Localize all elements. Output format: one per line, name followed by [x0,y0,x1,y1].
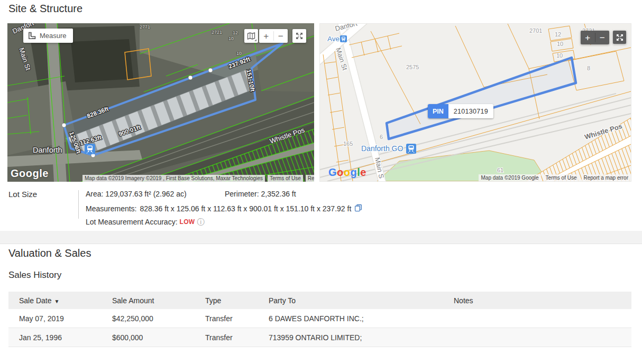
dropdown-corner-icon [254,39,256,41]
column-header-notes[interactable]: Notes [443,292,631,309]
column-header-party-to[interactable]: Party To [258,292,443,309]
zoom-out-button[interactable]: − [274,29,288,43]
zoom-control: + − [259,29,288,43]
sales-history-title: Sales History [8,270,61,281]
measurements-label: Measurements: [86,204,136,213]
fullscreen-icon [616,34,623,41]
sort-desc-icon: ▼ [54,298,59,304]
valuation-sales-title: Valuation & Sales [8,247,91,259]
google-logo-letter: o [344,166,351,178]
parcel-number: 2771 [140,24,150,30]
parcel-map[interactable]: Danfort Ave Main St Main S Danforth GO W… [319,23,631,182]
measure-button[interactable]: Measure [23,29,73,43]
cell-party-to: 6 DAWES DANFORTH INC.; [258,309,443,328]
table-row: Jan 25, 1996 $600,000 Transfer 713959 ON… [8,328,631,347]
perimeter-value: 2,352.36 ft [261,190,296,198]
attribution-text: Map data ©2019 Google [479,174,540,181]
parcel-number: 10 [236,51,242,56]
ruler-icon [27,32,36,40]
parcel-number: 2721 [212,30,222,35]
cell-notes [443,328,631,347]
page-title: Site & Structure [8,3,82,15]
map-attribution: Map data ©2019 Imagery ©2019 , First Bas… [82,175,314,182]
fullscreen-icon [296,32,303,40]
lot-area-row: Area: 129,037.63 ft² (2.962 ac) [86,190,187,198]
parcel-number: 8 [587,65,590,71]
cell-notes [443,309,631,328]
fullscreen-button[interactable] [613,31,626,44]
pin-label: PIN [428,104,448,118]
cell-type: Transfer [195,309,258,328]
transit-label-ave: Ave [327,35,340,43]
transit-stop-icon[interactable] [340,35,347,42]
area-value: 129,037.63 ft² (2.962 ac) [105,190,186,198]
info-icon[interactable]: ⓘ [197,218,204,226]
parcel-number: 10 [228,36,234,41]
parcel-number: 12 [233,30,238,35]
parcel-number: 10 [556,52,563,59]
google-logo-letter: o [337,166,344,178]
table-row: May 07, 2019 $42,250,000 Transfer 6 DAWE… [8,309,631,328]
cell-party-to: 713959 ONTARIO LIMITED; [258,328,443,347]
google-logo-letter: g [351,166,357,178]
column-header-sale-date[interactable]: Sale Date▼ [8,292,102,309]
cell-type: Transfer [195,328,258,347]
parcel-number: 165 [343,141,353,147]
parcel-number: 2575 [406,64,419,70]
transit-station-icon[interactable] [85,144,95,154]
lot-measurements-row: Measurements: 828.36 ft x 125.06 ft x 11… [86,204,362,213]
lot-size-section-label: Lot Size [8,190,37,199]
cell-sale-amount: $42,250,000 [102,309,195,328]
terms-of-use-link[interactable]: Terms of Use [268,175,303,182]
parcel-number: 10 [557,41,563,47]
attribution-text: Map data ©2019 Imagery ©2019 , First Bas… [82,175,265,182]
divider [78,190,79,219]
lot-perimeter: Perimeter: 2,352.36 ft [225,190,296,198]
parcel-number: 61 [497,167,503,173]
transit-label-danforth-go: Danforth GO [361,144,403,153]
zoom-in-button[interactable]: + [259,29,273,43]
sales-history-table: Sale Date▼ Sale Amount Type Party To Not… [8,292,631,347]
google-logo[interactable]: Google [11,167,49,180]
perimeter-label: Perimeter: [225,190,259,198]
map-type-button[interactable] [244,29,258,43]
column-header-type[interactable]: Type [195,292,258,309]
street-label-danforth: Danforth [33,146,62,154]
report-map-error-link[interactable]: Report a map error [306,175,314,182]
parcel-number: 6 [380,134,383,140]
measure-button-label: Measure [40,32,67,40]
cell-sale-date: Jan 25, 1996 [8,328,102,347]
parcel-map-canvas: Danfort Ave Main St Main S Danforth GO W… [320,24,631,181]
satellite-map[interactable]: 828.36ft 900.01ft 125.06ft 112.63ft 237.… [7,23,314,182]
site-structure-page: Site & Structure [0,0,642,364]
report-map-error-link[interactable]: Report a map error [582,174,630,181]
google-logo[interactable]: Google [328,166,366,179]
parcel-number: 12 [555,31,561,38]
google-logo-letter: e [360,166,366,178]
cell-sale-date: May 07, 2019 [8,309,102,328]
area-label: Area: [86,190,103,198]
accuracy-value-badge: LOW [180,218,195,226]
terms-of-use-link[interactable]: Terms of Use [544,174,579,181]
section-divider-band [0,231,642,244]
table-header-row: Sale Date▼ Sale Amount Type Party To Not… [8,292,631,309]
pin-value: 210130719 [448,104,493,118]
pin-badge[interactable]: PIN 210130719 [428,104,493,118]
zoom-control: + − [581,31,609,44]
cell-sale-amount: $600,000 [102,328,195,347]
zoom-out-button[interactable]: − [595,31,610,44]
parcel-number: 2701 [529,27,542,34]
fullscreen-button[interactable] [292,29,306,43]
measurements-value: 828.36 ft x 125.06 ft x 112.63 ft x 900.… [140,204,351,213]
column-header-sale-amount[interactable]: Sale Amount [102,292,195,309]
accuracy-label: Lot Measurement Accuracy: [86,218,178,226]
map-attribution: Map data ©2019 Google Terms of Use Repor… [479,174,630,181]
lot-accuracy-row: Lot Measurement Accuracy: LOW ⓘ [86,218,204,226]
go-station-icon[interactable] [406,144,416,154]
zoom-in-button[interactable]: + [581,31,595,44]
satellite-map-canvas: 828.36ft 900.01ft 125.06ft 112.63ft 237.… [7,23,314,182]
copy-icon[interactable] [354,204,362,213]
google-logo-letter: G [328,166,337,178]
